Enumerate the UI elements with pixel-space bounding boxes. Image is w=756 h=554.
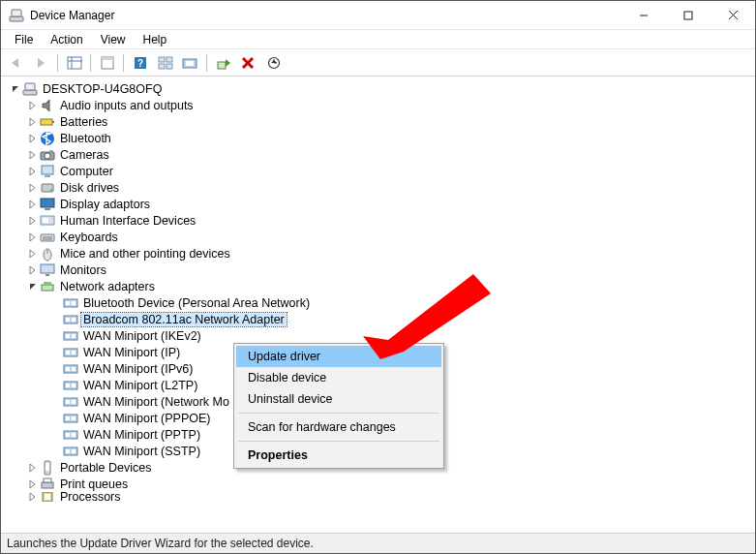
context-update-driver[interactable]: Update driver: [236, 346, 441, 367]
network-adapter-icon: [63, 444, 78, 459]
svg-rect-80: [42, 482, 53, 488]
expand-icon[interactable]: [26, 492, 40, 502]
tree-category[interactable]: Print queues: [5, 476, 755, 492]
svg-rect-73: [66, 433, 70, 437]
svg-rect-64: [66, 384, 70, 387]
tree-category[interactable]: Audio inputs and outputs: [5, 97, 755, 113]
expand-icon[interactable]: [26, 99, 40, 112]
tree-category-label: Portable Devices: [58, 461, 154, 475]
tree-category[interactable]: Bluetooth: [5, 130, 755, 146]
expand-icon[interactable]: [26, 231, 40, 244]
expand-icon[interactable]: [26, 477, 40, 491]
tree-category[interactable]: Keyboards: [5, 229, 755, 245]
scan-hardware-button[interactable]: [262, 52, 286, 74]
expand-icon[interactable]: [26, 115, 40, 129]
computer-icon: [40, 164, 55, 179]
expand-icon[interactable]: [26, 148, 40, 162]
expand-icon[interactable]: [26, 263, 40, 277]
menu-action[interactable]: Action: [43, 32, 90, 47]
expand-icon[interactable]: [26, 181, 40, 195]
expand-icon[interactable]: [26, 214, 40, 228]
context-menu-divider: [238, 441, 439, 442]
tree-category[interactable]: Batteries: [5, 113, 755, 130]
tree-device[interactable]: Broadcom 802.11ac Network Adapter: [5, 311, 755, 327]
svg-point-34: [50, 189, 52, 191]
expand-icon[interactable]: [26, 165, 40, 178]
network-adapter-icon: [63, 295, 78, 311]
context-uninstall-device[interactable]: Uninstall device: [236, 388, 441, 410]
svg-rect-59: [72, 351, 76, 354]
collapse-icon[interactable]: [9, 82, 22, 96]
svg-rect-10: [102, 57, 113, 60]
menu-file[interactable]: File: [7, 32, 41, 47]
context-disable-device[interactable]: Disable device: [236, 367, 441, 388]
window-maximize-button[interactable]: [666, 1, 711, 29]
expand-icon[interactable]: [26, 247, 40, 261]
keyboard-icon: [40, 230, 55, 245]
tree-category[interactable]: Network adapters: [5, 278, 755, 294]
tree-category[interactable]: Display adaptors: [5, 196, 755, 212]
tree-category[interactable]: Human Interface Devices: [5, 212, 755, 229]
tree-category[interactable]: Mice and other pointing devices: [5, 245, 755, 262]
uninstall-device-button[interactable]: [237, 52, 260, 74]
expand-icon[interactable]: [26, 461, 40, 475]
svg-text:?: ?: [137, 58, 143, 69]
svg-rect-50: [72, 301, 76, 305]
context-properties[interactable]: Properties: [236, 445, 441, 466]
tree-category-label: Cameras: [58, 148, 111, 162]
svg-rect-49: [66, 301, 70, 305]
svg-rect-45: [45, 274, 49, 276]
enable-device-button[interactable]: [212, 52, 235, 74]
tree-device-label: WAN Miniport (IKEv2): [81, 329, 203, 343]
svg-rect-6: [68, 57, 81, 69]
status-text: Launches the Update Driver Wizard for th…: [7, 537, 314, 550]
svg-rect-70: [66, 416, 70, 420]
tree-device-label: WAN Miniport (PPTP): [81, 428, 202, 442]
svg-rect-76: [66, 449, 70, 453]
tree-device[interactable]: WAN Miniport (IKEv2): [5, 327, 755, 344]
devices-by-type-button[interactable]: [154, 52, 177, 74]
tree-root[interactable]: DESKTOP-U4G8OFQ: [5, 80, 755, 97]
forward-button[interactable]: [30, 52, 53, 74]
tree-category[interactable]: Monitors: [5, 262, 755, 278]
svg-rect-56: [72, 334, 76, 338]
network-adapter-icon: [63, 361, 78, 377]
menu-help[interactable]: Help: [136, 32, 175, 47]
svg-rect-38: [43, 218, 48, 223]
tree-category-label: Disk drives: [58, 181, 121, 195]
tree-category-label: Monitors: [58, 263, 108, 277]
tree-device-label: Bluetooth Device (Personal Area Network): [81, 296, 312, 310]
window-minimize-button[interactable]: [621, 1, 666, 29]
tree-category[interactable]: Processors: [5, 492, 755, 502]
expand-icon[interactable]: [26, 132, 40, 145]
menu-view[interactable]: View: [93, 32, 134, 47]
title-bar: Device Manager: [1, 1, 755, 30]
tree-category[interactable]: Cameras: [5, 146, 755, 163]
menu-item-label: Scan for hardware changes: [248, 420, 396, 434]
tree-device-label: WAN Miniport (PPPOE): [81, 412, 213, 425]
context-scan-hardware[interactable]: Scan for hardware changes: [236, 416, 441, 438]
expand-icon[interactable]: [26, 198, 40, 211]
back-button[interactable]: [5, 52, 28, 74]
tree-category[interactable]: Computer: [5, 163, 755, 179]
svg-rect-81: [44, 478, 51, 482]
collapse-icon[interactable]: [26, 280, 40, 293]
svg-rect-67: [66, 400, 70, 404]
network-adapter-icon: [63, 427, 78, 443]
context-menu: Update driver Disable device Uninstall d…: [233, 343, 444, 469]
help-button[interactable]: ?: [129, 52, 152, 74]
network-adapter-icon: [63, 312, 78, 327]
show-hide-tree-button[interactable]: [63, 52, 86, 74]
tree-device[interactable]: Bluetooth Device (Personal Area Network): [5, 294, 755, 311]
svg-rect-52: [66, 318, 70, 322]
window-close-button[interactable]: [711, 1, 755, 29]
network-adapter-icon: [63, 378, 78, 393]
svg-rect-47: [44, 282, 51, 285]
properties-button[interactable]: [96, 52, 119, 74]
tree-category-label: Print queues: [58, 477, 130, 491]
svg-rect-30: [49, 150, 53, 152]
tree-category[interactable]: Disk drives: [5, 179, 755, 196]
cpu-icon: [40, 492, 55, 502]
tree-category-label: Human Interface Devices: [58, 214, 197, 228]
update-driver-button[interactable]: [179, 52, 202, 74]
